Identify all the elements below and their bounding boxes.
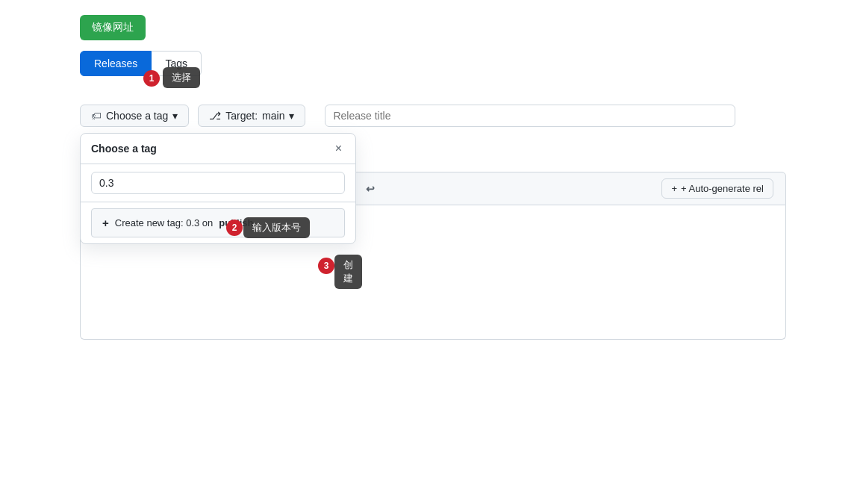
- choose-tag-arrow: ▾: [172, 110, 178, 122]
- plus-icon: +: [102, 217, 109, 229]
- tabs-row: Releases Tags: [0, 40, 866, 76]
- branch-icon: ⎇: [209, 110, 221, 122]
- tag-search-input[interactable]: [91, 172, 345, 194]
- target-arrow: ▾: [289, 110, 294, 122]
- tag-icon: 🏷: [91, 110, 102, 122]
- autogenerate-label: + Auto-generate rel: [681, 183, 764, 194]
- step3-badge: 3: [318, 258, 334, 274]
- target-label: Target:: [225, 110, 258, 122]
- toolbar-undo[interactable]: ↩: [361, 180, 379, 198]
- choose-tag-container: 🏷 Choose a tag ▾ Choose a tag × 2 输入版本: [80, 105, 189, 127]
- mirror-button[interactable]: 镜像网址: [80, 15, 146, 40]
- step2-tooltip: 输入版本号: [243, 217, 310, 238]
- autogenerate-button[interactable]: + + Auto-generate rel: [661, 178, 773, 199]
- step1-tooltip: 选择: [163, 67, 200, 88]
- top-bar: 镜像网址: [0, 0, 866, 40]
- target-button[interactable]: ⎇ Target: main ▾: [198, 105, 305, 127]
- step3-tooltip: 创建: [334, 255, 362, 289]
- popup-title: Choose a tag: [91, 143, 157, 155]
- choose-tag-label: Choose a tag: [106, 110, 168, 122]
- page-container: 镜像网址 Releases Tags 1 选择 🏷 Choose a tag ▾: [0, 0, 866, 504]
- tab-releases[interactable]: Releases: [80, 51, 152, 76]
- create-tag-label: Create new tag: 0.3 on: [115, 217, 214, 228]
- step2-badge: 2: [226, 220, 243, 236]
- popup-search-area: [81, 164, 355, 202]
- content-area: 1 选择 🏷 Choose a tag ▾ Choose a tag ×: [0, 76, 866, 340]
- release-title-input[interactable]: [325, 105, 735, 127]
- autogenerate-plus: +: [671, 183, 677, 194]
- popup-header: Choose a tag ×: [81, 134, 355, 164]
- choose-tag-button[interactable]: 🏷 Choose a tag ▾: [80, 105, 189, 127]
- target-branch: main: [262, 110, 284, 122]
- popup-close-button[interactable]: ×: [332, 141, 345, 156]
- tag-dropdown-popup: Choose a tag × 2 输入版本号 + Create new tag:…: [80, 133, 356, 244]
- step1-badge: 1: [143, 70, 160, 87]
- tag-row: 🏷 Choose a tag ▾ Choose a tag × 2 输入版本: [80, 105, 786, 127]
